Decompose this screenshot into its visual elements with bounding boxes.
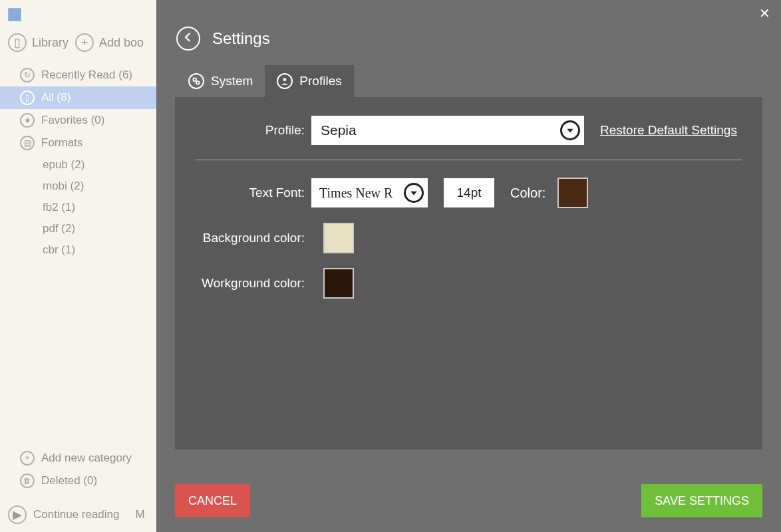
svg-point-1 xyxy=(196,81,200,84)
settings-footer: CANCEL SAVE SETTINGS xyxy=(156,469,781,532)
tabs: System Profiles xyxy=(156,65,781,97)
sidebar-item-label: All (8) xyxy=(41,91,71,104)
continue-trail: M xyxy=(135,508,144,521)
chevron-down-icon xyxy=(404,183,424,203)
app-icon xyxy=(8,8,21,21)
sidebar-item-label: mobi (2) xyxy=(43,180,84,193)
chevron-down-icon xyxy=(560,120,580,140)
tab-system[interactable]: System xyxy=(176,65,265,97)
tab-label: System xyxy=(211,74,253,88)
profile-label: Profile: xyxy=(195,123,311,138)
tab-profiles[interactable]: Profiles xyxy=(265,65,353,97)
continue-reading-button[interactable]: ▶ Continue reading M xyxy=(0,505,156,524)
sidebar-item-formats[interactable]: ▤ Formats xyxy=(0,132,156,154)
divider xyxy=(195,160,742,160)
sidebar-item-label: Formats xyxy=(41,136,82,150)
settings-panel: ✕ Settings System Profiles Profile: Se xyxy=(156,0,781,532)
sidebar-item-label: epub (2) xyxy=(43,158,84,172)
profile-value: Sepia xyxy=(321,122,357,138)
font-size-input[interactable]: 14pt xyxy=(444,178,494,207)
sidebar: ▯ Library + Add boo ↻ Recently Read (6) … xyxy=(0,0,156,532)
bg-color-label: Background color: xyxy=(195,231,311,245)
book-icon: ▯ xyxy=(20,90,35,105)
text-color-label: Color: xyxy=(510,186,546,201)
add-category-label: Add new category xyxy=(41,452,132,465)
settings-title: Settings xyxy=(212,29,270,48)
close-icon: ✕ xyxy=(759,6,770,21)
trash-icon: 🗑 xyxy=(20,473,35,488)
profile-select[interactable]: Sepia xyxy=(311,116,584,145)
star-icon: ★ xyxy=(20,113,35,128)
text-color-swatch[interactable] xyxy=(557,178,588,208)
font-select[interactable]: Times New R xyxy=(311,178,428,207)
close-button[interactable]: ✕ xyxy=(759,5,770,21)
book-icon: ▯ xyxy=(8,33,27,52)
sidebar-item-favorites[interactable]: ★ Favorites (0) xyxy=(0,109,156,132)
arrow-left-icon xyxy=(182,31,194,46)
sidebar-item-label: fb2 (1) xyxy=(43,201,75,214)
svg-point-2 xyxy=(283,78,287,81)
font-size-value: 14pt xyxy=(457,186,482,200)
sidebar-item-recently-read[interactable]: ↻ Recently Read (6) xyxy=(0,64,156,86)
user-icon xyxy=(277,73,293,89)
sidebar-item-label: Deleted (0) xyxy=(41,474,97,487)
bg-color-swatch[interactable] xyxy=(323,223,354,253)
category-list: ↻ Recently Read (6) ▯ All (8) ★ Favorite… xyxy=(0,64,156,261)
sidebar-item-label: pdf (2) xyxy=(43,222,75,235)
font-label: Text Font: xyxy=(195,186,311,200)
sidebar-item-format-epub[interactable]: epub (2) xyxy=(0,154,156,176)
save-settings-button[interactable]: SAVE SETTINGS xyxy=(641,484,762,517)
plus-icon: + xyxy=(75,33,94,52)
plus-icon: + xyxy=(20,451,35,466)
play-icon: ▶ xyxy=(8,505,27,524)
settings-content: Profile: Sepia Restore Default Settings … xyxy=(175,97,762,450)
cancel-button[interactable]: CANCEL xyxy=(175,484,250,517)
continue-label: Continue reading xyxy=(33,508,119,521)
tab-label: Profiles xyxy=(299,74,341,88)
sidebar-item-deleted[interactable]: 🗑 Deleted (0) xyxy=(0,469,156,492)
sidebar-item-format-fb2[interactable]: fb2 (1) xyxy=(0,197,156,218)
restore-default-link[interactable]: Restore Default Settings xyxy=(600,123,737,138)
sidebar-item-format-pdf[interactable]: pdf (2) xyxy=(0,218,156,239)
svg-point-0 xyxy=(193,78,196,81)
sidebar-item-all[interactable]: ▯ All (8) xyxy=(0,86,156,109)
wk-color-swatch[interactable] xyxy=(323,268,354,299)
wk-color-label: Workground color: xyxy=(195,276,311,291)
sidebar-item-label: Favorites (0) xyxy=(41,114,104,127)
sidebar-item-format-cbr[interactable]: cbr (1) xyxy=(0,239,156,261)
font-value: Times New R xyxy=(319,186,398,201)
library-button[interactable]: ▯ Library xyxy=(8,33,69,52)
sidebar-item-label: Recently Read (6) xyxy=(41,68,132,82)
add-category-button[interactable]: + Add new category xyxy=(0,447,156,469)
add-book-label: Add boo xyxy=(99,36,144,50)
doc-icon: ▤ xyxy=(20,136,35,150)
sidebar-item-format-mobi[interactable]: mobi (2) xyxy=(0,176,156,197)
sidebar-item-label: cbr (1) xyxy=(43,243,75,257)
add-book-button[interactable]: + Add boo xyxy=(75,33,144,52)
recent-icon: ↻ xyxy=(20,68,35,82)
back-button[interactable] xyxy=(176,27,200,51)
link-icon xyxy=(188,73,204,89)
library-label: Library xyxy=(32,36,69,50)
